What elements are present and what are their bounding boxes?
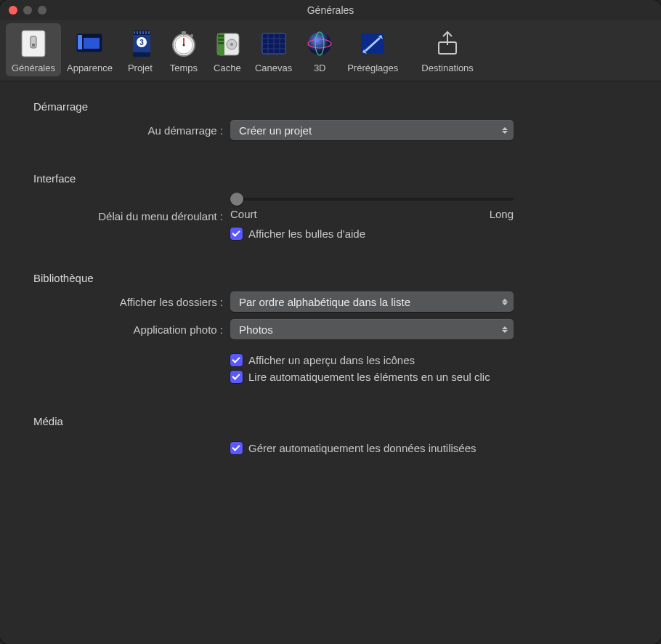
svg-rect-14 [145,31,147,34]
tab-label: Apparence [67,63,113,73]
slider-min-label: Court [230,208,257,220]
svg-text:3: 3 [139,39,144,47]
select-value: Par ordre alphabétique dans la liste [239,296,410,308]
maximize-button[interactable] [38,6,46,15]
row-photo-app: Application photo : Photos [16,319,645,339]
updown-icon [502,127,508,134]
svg-point-39 [308,32,331,55]
preferences-window: Générales Générales App [0,0,661,644]
svg-rect-11 [137,31,138,34]
toolbar: Générales Apparence [0,20,661,81]
svg-rect-12 [139,31,141,34]
svg-rect-10 [134,31,135,34]
svg-rect-5 [84,38,100,49]
content-area: Démarrage Au démarrage : Créer un projet… [0,81,661,475]
titlebar: Générales [0,0,661,20]
select-photo-app[interactable]: Photos [230,319,514,339]
traffic-lights [9,6,46,15]
checkbox-icon [230,228,243,240]
select-value: Créer un projet [239,124,312,137]
checkbox-autoplay[interactable]: Lire automatiquement les éléments en un … [230,371,645,383]
row-library-checks: Afficher un aperçu dans les icônes Lire … [16,347,645,383]
appearance-icon [73,28,105,60]
tab-label: Projet [128,63,153,73]
checkbox-label: Gérer automatiquement les données inutil… [248,442,477,454]
section-media-title: Média [33,415,645,427]
section-interface-title: Interface [33,172,645,185]
time-icon [168,28,200,60]
cache-icon [211,28,243,60]
tab-presets[interactable]: Préréglages [341,23,404,76]
select-show-folders[interactable]: Par ordre alphabétique dans la liste [230,291,514,312]
checkbox-icon-previews[interactable]: Afficher un aperçu dans les icônes [230,354,645,366]
svg-rect-27 [218,35,224,37]
tab-canvas[interactable]: Canevas [249,23,298,76]
window-title: Générales [0,4,661,16]
tab-time[interactable]: Temps [162,23,206,76]
svg-rect-21 [183,33,184,36]
checkbox-label: Afficher les bulles d'aide [248,228,365,240]
tab-label: Cache [214,63,241,73]
tab-label: Destinations [421,63,474,73]
checkbox-label: Afficher un aperçu dans les icônes [248,354,415,366]
checkbox-tooltips[interactable]: Afficher les bulles d'aide [230,228,514,240]
label-show-folders: Afficher les dossiers : [16,296,230,308]
3d-icon [304,28,336,60]
project-icon: 3 [124,28,156,60]
tab-destinations[interactable]: Destinations [415,23,479,76]
label-dropdown-delay: Délai du menu déroulant : [16,210,230,222]
share-icon [431,28,463,60]
tab-3d[interactable]: 3D [298,23,341,76]
tab-label: Temps [170,63,198,73]
section-library-title: Bibliothèque [33,272,645,284]
row-dropdown-delay: Délai du menu déroulant : Court Long Aff… [16,192,645,240]
tab-label: Préréglages [347,63,398,73]
tab-label: Canevas [255,63,292,73]
svg-rect-8 [133,31,150,35]
updown-icon [502,299,508,305]
presets-icon [357,28,389,60]
checkbox-auto-manage[interactable]: Gérer automatiquement les données inutil… [230,442,645,454]
row-on-startup: Au démarrage : Créer un projet [16,120,645,140]
tab-project[interactable]: 3 Projet [118,23,162,76]
tab-appearance[interactable]: Apparence [61,23,118,76]
updown-icon [502,326,508,333]
tab-label: 3D [314,63,326,73]
label-photo-app: Application photo : [16,323,230,336]
svg-point-31 [230,43,233,46]
tab-label: Générales [12,63,55,73]
label-on-startup: Au démarrage : [16,124,230,137]
svg-rect-6 [78,35,82,49]
select-on-startup[interactable]: Créer un projet [230,120,514,140]
slider-delay[interactable] [230,198,514,201]
checkbox-icon [230,354,243,366]
row-show-folders: Afficher les dossiers : Par ordre alphab… [16,291,645,312]
svg-point-24 [190,34,193,37]
svg-rect-28 [218,39,224,41]
slider-max-label: Long [490,208,514,220]
tab-cache[interactable]: Cache [206,23,249,76]
general-icon [17,28,49,60]
svg-rect-2 [32,44,35,47]
row-media-checks: Gérer automatiquement les données inutil… [16,435,645,454]
minimize-button[interactable] [23,6,32,15]
close-button[interactable] [9,6,17,15]
select-value: Photos [239,323,273,336]
checkbox-label: Lire automatiquement les éléments en un … [248,371,490,383]
canvas-icon [258,28,290,60]
svg-rect-29 [218,42,224,44]
svg-rect-15 [148,31,150,34]
tab-general[interactable]: Générales [6,23,61,76]
slider-thumb[interactable] [230,193,243,206]
svg-rect-13 [142,31,144,34]
section-startup-title: Démarrage [33,100,645,113]
checkbox-icon [230,442,243,454]
svg-point-23 [182,44,184,47]
svg-rect-9 [133,52,150,57]
checkbox-icon [230,371,243,383]
